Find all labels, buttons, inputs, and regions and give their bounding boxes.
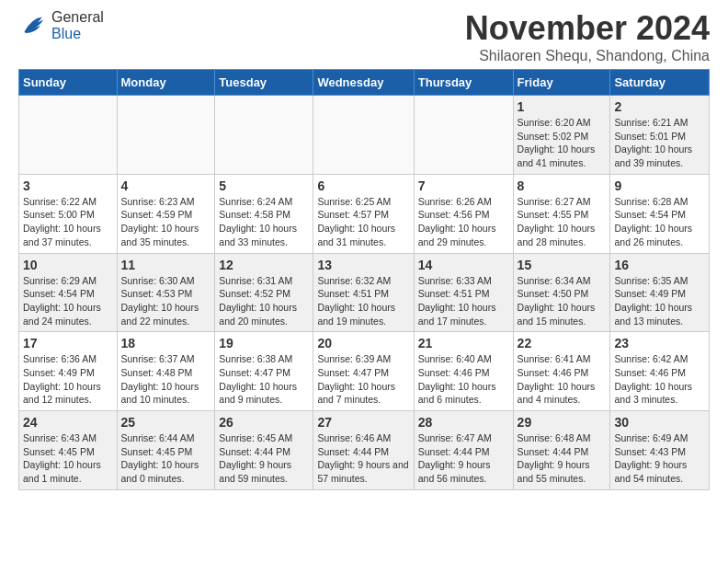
- calendar-cell: 11Sunrise: 6:30 AMSunset: 4:53 PMDayligh…: [117, 253, 215, 332]
- day-number: 16: [614, 258, 705, 272]
- week-row-4: 17Sunrise: 6:36 AMSunset: 4:49 PMDayligh…: [19, 332, 710, 411]
- day-number: 22: [518, 336, 607, 350]
- calendar-cell: 1Sunrise: 6:20 AMSunset: 5:02 PMDaylight…: [513, 96, 610, 175]
- week-row-1: 1Sunrise: 6:20 AMSunset: 5:02 PMDaylight…: [19, 96, 710, 175]
- day-info: Sunrise: 6:26 AMSunset: 4:56 PMDaylight:…: [418, 195, 509, 249]
- day-info: Sunrise: 6:43 AMSunset: 4:45 PMDaylight:…: [23, 431, 113, 486]
- day-info: Sunrise: 6:34 AMSunset: 4:50 PMDaylight:…: [518, 274, 607, 328]
- day-number: 21: [418, 336, 509, 350]
- calendar-cell: 9Sunrise: 6:28 AMSunset: 4:54 PMDaylight…: [610, 174, 710, 253]
- day-info: Sunrise: 6:20 AMSunset: 5:02 PMDaylight:…: [518, 116, 607, 170]
- day-number: 3: [23, 178, 113, 193]
- day-info: Sunrise: 6:46 AMSunset: 4:44 PMDaylight:…: [317, 431, 409, 486]
- day-info: Sunrise: 6:30 AMSunset: 4:53 PMDaylight:…: [121, 274, 211, 328]
- day-info: Sunrise: 6:21 AMSunset: 5:01 PMDaylight:…: [614, 116, 705, 170]
- col-friday: Friday: [513, 70, 610, 96]
- day-info: Sunrise: 6:42 AMSunset: 4:46 PMDaylight:…: [614, 352, 705, 407]
- calendar-cell: 6Sunrise: 6:25 AMSunset: 4:57 PMDaylight…: [313, 174, 414, 253]
- day-number: 24: [23, 415, 113, 430]
- page-container: General Blue November 2024 Shilaoren She…: [0, 0, 728, 490]
- day-info: Sunrise: 6:32 AMSunset: 4:51 PMDaylight:…: [317, 274, 409, 328]
- calendar-cell: 3Sunrise: 6:22 AMSunset: 5:00 PMDaylight…: [19, 174, 118, 253]
- calendar-cell: 16Sunrise: 6:35 AMSunset: 4:49 PMDayligh…: [610, 253, 710, 332]
- day-number: 13: [317, 258, 409, 272]
- calendar-cell: 8Sunrise: 6:27 AMSunset: 4:55 PMDaylight…: [513, 174, 610, 253]
- day-number: 20: [317, 336, 409, 350]
- day-info: Sunrise: 6:44 AMSunset: 4:45 PMDaylight:…: [121, 431, 211, 486]
- calendar-cell: 22Sunrise: 6:41 AMSunset: 4:46 PMDayligh…: [513, 332, 610, 411]
- calendar-cell: 23Sunrise: 6:42 AMSunset: 4:46 PMDayligh…: [610, 332, 710, 411]
- day-info: Sunrise: 6:41 AMSunset: 4:46 PMDaylight:…: [518, 352, 607, 407]
- day-info: Sunrise: 6:48 AMSunset: 4:44 PMDaylight:…: [518, 431, 607, 486]
- header: General Blue November 2024 Shilaoren She…: [0, 0, 728, 69]
- col-sunday: Sunday: [19, 70, 118, 96]
- week-row-2: 3Sunrise: 6:22 AMSunset: 5:00 PMDaylight…: [19, 174, 710, 253]
- day-info: Sunrise: 6:38 AMSunset: 4:47 PMDaylight:…: [219, 352, 309, 407]
- day-number: 30: [614, 415, 705, 430]
- calendar-cell: 2Sunrise: 6:21 AMSunset: 5:01 PMDaylight…: [610, 96, 710, 175]
- col-monday: Monday: [117, 70, 215, 96]
- col-wednesday: Wednesday: [313, 70, 414, 96]
- calendar-cell: 25Sunrise: 6:44 AMSunset: 4:45 PMDayligh…: [117, 411, 215, 490]
- day-info: Sunrise: 6:49 AMSunset: 4:43 PMDaylight:…: [614, 431, 705, 486]
- col-saturday: Saturday: [610, 70, 710, 96]
- logo-blue: Blue: [51, 26, 104, 42]
- day-number: 5: [219, 178, 309, 193]
- day-number: 11: [121, 258, 211, 272]
- calendar-cell: 18Sunrise: 6:37 AMSunset: 4:48 PMDayligh…: [117, 332, 215, 411]
- day-number: 1: [518, 99, 607, 114]
- calendar-header-row: Sunday Monday Tuesday Wednesday Thursday…: [19, 70, 710, 96]
- day-info: Sunrise: 6:36 AMSunset: 4:49 PMDaylight:…: [23, 352, 113, 407]
- calendar-cell: [215, 96, 313, 175]
- day-number: 2: [614, 99, 705, 114]
- calendar-cell: 12Sunrise: 6:31 AMSunset: 4:52 PMDayligh…: [215, 253, 313, 332]
- col-thursday: Thursday: [414, 70, 513, 96]
- day-info: Sunrise: 6:33 AMSunset: 4:51 PMDaylight:…: [418, 274, 509, 328]
- day-number: 7: [418, 178, 509, 193]
- week-row-3: 10Sunrise: 6:29 AMSunset: 4:54 PMDayligh…: [19, 253, 710, 332]
- day-info: Sunrise: 6:22 AMSunset: 5:00 PMDaylight:…: [23, 195, 113, 249]
- calendar-table: Sunday Monday Tuesday Wednesday Thursday…: [18, 69, 710, 490]
- calendar-cell: 28Sunrise: 6:47 AMSunset: 4:44 PMDayligh…: [414, 411, 513, 490]
- day-number: 9: [614, 178, 705, 193]
- logo-general: General: [51, 9, 104, 26]
- week-row-5: 24Sunrise: 6:43 AMSunset: 4:45 PMDayligh…: [19, 411, 710, 490]
- day-number: 19: [219, 336, 309, 350]
- calendar-cell: 5Sunrise: 6:24 AMSunset: 4:58 PMDaylight…: [215, 174, 313, 253]
- day-info: Sunrise: 6:23 AMSunset: 4:59 PMDaylight:…: [121, 195, 211, 249]
- calendar-cell: [19, 96, 118, 175]
- calendar-cell: 20Sunrise: 6:39 AMSunset: 4:47 PMDayligh…: [313, 332, 414, 411]
- month-year-title: November 2024: [465, 9, 710, 48]
- day-number: 15: [518, 258, 607, 272]
- day-info: Sunrise: 6:29 AMSunset: 4:54 PMDaylight:…: [23, 274, 113, 328]
- day-info: Sunrise: 6:24 AMSunset: 4:58 PMDaylight:…: [219, 195, 309, 249]
- calendar-cell: 27Sunrise: 6:46 AMSunset: 4:44 PMDayligh…: [313, 411, 414, 490]
- title-block: November 2024 Shilaoren Shequ, Shandong,…: [465, 9, 710, 64]
- day-number: 26: [219, 415, 309, 430]
- day-number: 14: [418, 258, 509, 272]
- day-number: 6: [317, 178, 409, 193]
- calendar-cell: 21Sunrise: 6:40 AMSunset: 4:46 PMDayligh…: [414, 332, 513, 411]
- calendar-wrapper: Sunday Monday Tuesday Wednesday Thursday…: [0, 69, 728, 490]
- logo-icon: [18, 11, 48, 40]
- day-number: 25: [121, 415, 211, 430]
- calendar-cell: 26Sunrise: 6:45 AMSunset: 4:44 PMDayligh…: [215, 411, 313, 490]
- day-info: Sunrise: 6:25 AMSunset: 4:57 PMDaylight:…: [317, 195, 409, 249]
- calendar-cell: 24Sunrise: 6:43 AMSunset: 4:45 PMDayligh…: [19, 411, 118, 490]
- calendar-cell: [313, 96, 414, 175]
- day-info: Sunrise: 6:27 AMSunset: 4:55 PMDaylight:…: [518, 195, 607, 249]
- calendar-cell: 19Sunrise: 6:38 AMSunset: 4:47 PMDayligh…: [215, 332, 313, 411]
- day-number: 12: [219, 258, 309, 272]
- day-info: Sunrise: 6:39 AMSunset: 4:47 PMDaylight:…: [317, 352, 409, 407]
- calendar-cell: 29Sunrise: 6:48 AMSunset: 4:44 PMDayligh…: [513, 411, 610, 490]
- day-number: 4: [121, 178, 211, 193]
- logo: General Blue: [18, 9, 104, 42]
- day-number: 27: [317, 415, 409, 430]
- calendar-cell: 15Sunrise: 6:34 AMSunset: 4:50 PMDayligh…: [513, 253, 610, 332]
- location-subtitle: Shilaoren Shequ, Shandong, China: [465, 48, 710, 64]
- calendar-cell: 17Sunrise: 6:36 AMSunset: 4:49 PMDayligh…: [19, 332, 118, 411]
- day-info: Sunrise: 6:45 AMSunset: 4:44 PMDaylight:…: [219, 431, 309, 486]
- calendar-cell: 4Sunrise: 6:23 AMSunset: 4:59 PMDaylight…: [117, 174, 215, 253]
- day-info: Sunrise: 6:31 AMSunset: 4:52 PMDaylight:…: [219, 274, 309, 328]
- day-number: 29: [518, 415, 607, 430]
